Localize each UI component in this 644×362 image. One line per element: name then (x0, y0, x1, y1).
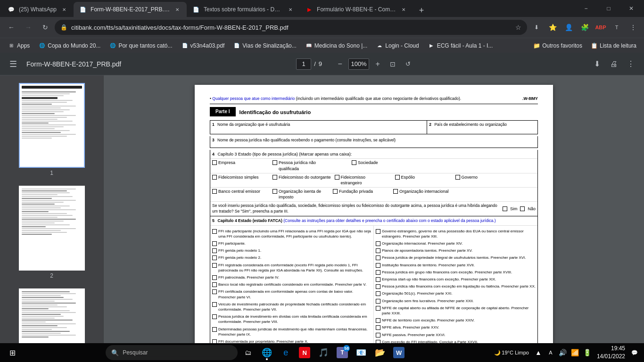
tab-close-tab3[interactable]: ✕ (287, 6, 294, 13)
task-view-button[interactable]: 🗂 (239, 344, 256, 361)
tab-tab3[interactable]: 📄 Textos sobre formulários - Docu... ✕ (187, 2, 300, 17)
explorer-taskbar-app[interactable]: 📂 (372, 344, 388, 361)
battery-icon[interactable]: 🔋 (582, 347, 593, 358)
pdf-page-input[interactable] (296, 58, 311, 70)
pdf-scroll-area[interactable]: • Qualquer pessoa que atue como intermed… (104, 75, 644, 343)
close-button[interactable]: ✕ (620, 1, 642, 16)
section5-left-checkbox[interactable] (212, 263, 217, 268)
checkbox-org-intl-box[interactable] (393, 189, 398, 194)
checkbox-sim-box[interactable] (503, 206, 507, 211)
volume-icon[interactable]: 🔊 (557, 347, 569, 358)
section5-right-checkbox[interactable] (376, 229, 380, 234)
pdf-print-button[interactable]: 🖨 (606, 57, 621, 72)
section5-right-checkbox[interactable] (376, 255, 380, 260)
checkbox-empresa-box[interactable] (212, 160, 217, 165)
tab-tab2[interactable]: 📄 Form-W-8BEN-E-2017_PRB.pdf ✕ (74, 2, 187, 17)
abp-button[interactable]: ABP (593, 20, 608, 35)
profile-button[interactable]: 👤 (561, 20, 576, 35)
show-hidden-icon[interactable]: ▲ (533, 347, 544, 358)
tab-tab4[interactable]: ▶ Formulário W-8BEN-E - Como P... ✕ (300, 2, 413, 17)
section5-left-checkbox[interactable] (212, 248, 217, 253)
section5-left-checkbox[interactable] (212, 327, 217, 332)
chrome-taskbar-app[interactable]: 🌐 (258, 344, 275, 361)
tab-close-tab2[interactable]: ✕ (173, 6, 181, 13)
zoom-in-button[interactable]: + (371, 58, 384, 71)
tab-close-tab4[interactable]: ✕ (400, 6, 407, 13)
notification-icon[interactable]: 💬 (629, 347, 640, 358)
new-tab-button[interactable]: + (415, 4, 428, 17)
checkbox-fid-simples-box[interactable] (212, 175, 217, 180)
teams-taskbar-app[interactable]: T 58 (334, 344, 351, 361)
section5-right-checkbox[interactable] (376, 277, 380, 282)
section5-left-checkbox[interactable] (212, 229, 217, 234)
fit-page-button[interactable]: ⊡ (386, 58, 399, 71)
section5-left-checkbox[interactable] (212, 275, 217, 280)
section5-right-checkbox[interactable] (376, 325, 380, 330)
checkbox-org-isenta-box[interactable] (272, 189, 277, 194)
outlook-taskbar-app[interactable]: 📧 (353, 344, 370, 361)
address-bar[interactable]: 🔒 citibank.com/tts/sa/taxinitiatives/doc… (55, 20, 527, 35)
section5-right-checkbox[interactable] (376, 248, 380, 253)
bookmark-viasdesinalização...[interactable]: 📄 Vias de Sinalização... (229, 40, 300, 51)
more-button[interactable]: ⋮ (625, 20, 640, 35)
bookmark-button[interactable]: ⭐ (545, 20, 560, 35)
checkbox-fid-estrangeiro-box[interactable] (335, 175, 339, 180)
section5-right-checkbox[interactable] (376, 263, 380, 268)
section5-right-checkbox[interactable] (376, 291, 380, 296)
word-taskbar-app[interactable]: W (390, 344, 407, 361)
bookmark-login-cloud[interactable]: ☁ Login - Cloud (372, 40, 422, 51)
address-star-icon[interactable]: ☆ (515, 24, 521, 31)
checkbox-fund-privada-box[interactable] (333, 189, 338, 194)
thumbnail-3[interactable]: 3 (17, 287, 87, 343)
back-button[interactable]: ← (4, 20, 19, 35)
section5-left-checkbox[interactable] (212, 302, 217, 307)
reload-button[interactable]: ↻ (38, 20, 53, 35)
spotify-taskbar-app[interactable]: 🎵 (315, 344, 332, 361)
bookmark-apps[interactable]: ⊞ Apps (4, 40, 33, 51)
bookmark-copadomundo20...[interactable]: 🌐 Copa do Mundo 20... (34, 40, 104, 51)
checkbox-nao-box[interactable] (520, 206, 525, 211)
network-icon[interactable]: 📶 (570, 347, 581, 358)
bookmark-porquetantoscató...[interactable]: 🌐 Por que tantos cató... (105, 40, 176, 51)
taskbar-weather[interactable]: 🌙 19°C Limpo (492, 350, 531, 356)
checkbox-sociedade-box[interactable] (352, 160, 356, 165)
section5-right-checkbox[interactable] (376, 340, 380, 343)
section5-right-checkbox[interactable] (376, 333, 380, 337)
translate-button[interactable]: T (609, 20, 624, 35)
tab-tab1[interactable]: 💬 (25) WhatsApp ✕ (2, 2, 74, 17)
section5-right-checkbox[interactable] (376, 306, 380, 311)
thumbnail-1[interactable]: 1 (17, 81, 87, 178)
checkbox-pj-nq-box[interactable] (272, 160, 277, 165)
section5-right-checkbox[interactable] (376, 284, 380, 289)
keyboard-icon[interactable]: A (545, 347, 556, 358)
thumbnail-2[interactable]: 2 (17, 184, 87, 281)
pdf-download-button[interactable]: ⬇ (589, 57, 604, 72)
section5-right-checkbox[interactable] (376, 318, 380, 323)
section5-left-checkbox[interactable] (212, 339, 217, 343)
zoom-out-button[interactable]: − (333, 58, 347, 71)
bookmark-medicinadosono|...[interactable]: 📖 Medicina do Sono |... (301, 40, 372, 51)
bookmark-others[interactable]: 📁 Outros favoritos (529, 40, 586, 51)
taskbar-clock[interactable]: 19:45 14/01/2022 (595, 345, 627, 361)
bookmark-v53n4a03.pdf[interactable]: 📄 v53n4a03.pdf (177, 40, 229, 51)
section5-left-checkbox[interactable] (212, 314, 217, 319)
checkbox-fid-outorgante-box[interactable] (272, 175, 277, 180)
pdf-menu-button[interactable]: ☰ (6, 57, 21, 72)
taskbar-search[interactable]: 🔍 Pesquisar (106, 345, 238, 360)
section5-right-checkbox[interactable] (376, 299, 380, 304)
section5-left-checkbox[interactable] (212, 241, 217, 246)
checkbox-governo-box[interactable] (455, 175, 460, 180)
checkbox-espolio-box[interactable] (395, 175, 400, 180)
forward-button[interactable]: → (21, 20, 36, 35)
section5-left-checkbox[interactable] (212, 255, 217, 260)
thumbnails-panel[interactable]: 1 (0, 75, 104, 343)
checkbox-banco-central-box[interactable] (212, 189, 217, 194)
start-button[interactable]: ⊞ (4, 344, 21, 361)
bookmark-ecgfácil-aula1-i...[interactable]: ▶ ECG fácil - Aula 1 - I... (424, 40, 497, 51)
section5-left-checkbox[interactable] (212, 282, 217, 287)
section5-right-checkbox[interactable] (376, 241, 380, 246)
rotate-button[interactable]: ↺ (401, 58, 414, 71)
netflix-taskbar-app[interactable]: N (296, 344, 313, 361)
tab-search-button[interactable]: ⬇ (529, 20, 544, 35)
maximize-button[interactable]: □ (598, 1, 619, 16)
